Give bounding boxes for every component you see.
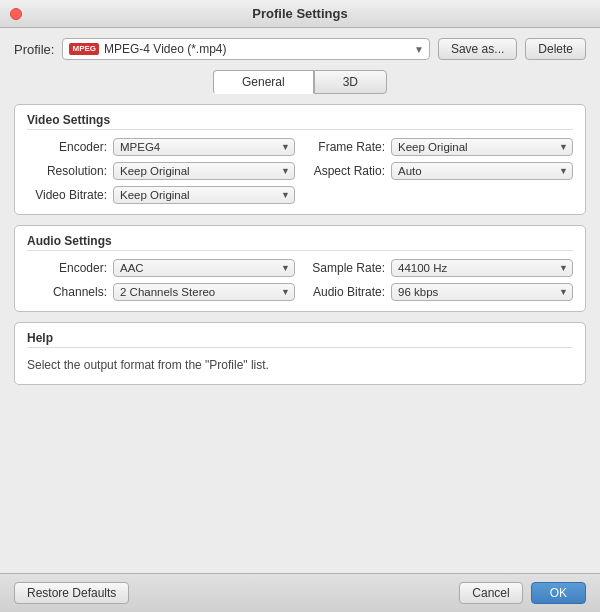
encoder-select-wrap: MPEG4 ▼ — [113, 138, 295, 156]
sample-rate-select-wrap: 44100 Hz ▼ — [391, 259, 573, 277]
channels-row: Channels: 2 Channels Stereo ▼ — [27, 283, 295, 301]
profile-dropdown[interactable]: MPEG MPEG-4 Video (*.mp4) — [62, 38, 429, 60]
channels-label: Channels: — [27, 285, 107, 299]
audio-bitrate-select-wrap: 96 kbps ▼ — [391, 283, 573, 301]
main-content: Profile: MPEG MPEG-4 Video (*.mp4) ▼ Sav… — [0, 28, 600, 573]
save-as-button[interactable]: Save as... — [438, 38, 517, 60]
sample-rate-row: Sample Rate: 44100 Hz ▼ — [305, 259, 573, 277]
cancel-button[interactable]: Cancel — [459, 582, 522, 604]
delete-button[interactable]: Delete — [525, 38, 586, 60]
audio-settings-title: Audio Settings — [27, 234, 573, 251]
ok-button[interactable]: OK — [531, 582, 586, 604]
channels-select[interactable]: 2 Channels Stereo — [113, 283, 295, 301]
close-button[interactable] — [10, 8, 22, 20]
resolution-row: Resolution: Keep Original ▼ — [27, 162, 295, 180]
audio-encoder-select[interactable]: AAC — [113, 259, 295, 277]
video-bitrate-row: Video Bitrate: Keep Original ▼ — [27, 186, 295, 204]
frame-rate-row: Frame Rate: Keep Original ▼ — [305, 138, 573, 156]
profile-row: Profile: MPEG MPEG-4 Video (*.mp4) ▼ Sav… — [14, 38, 586, 60]
aspect-ratio-row: Aspect Ratio: Auto ▼ — [305, 162, 573, 180]
audio-bitrate-select[interactable]: 96 kbps — [391, 283, 573, 301]
encoder-select[interactable]: MPEG4 — [113, 138, 295, 156]
bottom-right-buttons: Cancel OK — [459, 582, 586, 604]
audio-settings-grid: Encoder: AAC ▼ Sample Rate: 44100 Hz ▼ — [27, 259, 573, 301]
frame-rate-select-wrap: Keep Original ▼ — [391, 138, 573, 156]
tab-3d[interactable]: 3D — [314, 70, 387, 94]
audio-settings-section: Audio Settings Encoder: AAC ▼ Sample Rat… — [14, 225, 586, 312]
audio-encoder-row: Encoder: AAC ▼ — [27, 259, 295, 277]
audio-bitrate-row: Audio Bitrate: 96 kbps ▼ — [305, 283, 573, 301]
frame-rate-label: Frame Rate: — [305, 140, 385, 154]
profile-value: MPEG-4 Video (*.mp4) — [104, 42, 227, 56]
resolution-select-wrap: Keep Original ▼ — [113, 162, 295, 180]
help-section: Help Select the output format from the "… — [14, 322, 586, 385]
encoder-label: Encoder: — [27, 140, 107, 154]
tab-general[interactable]: General — [213, 70, 314, 94]
video-settings-title: Video Settings — [27, 113, 573, 130]
sample-rate-label: Sample Rate: — [305, 261, 385, 275]
audio-encoder-select-wrap: AAC ▼ — [113, 259, 295, 277]
profile-select-wrap: MPEG MPEG-4 Video (*.mp4) ▼ — [62, 38, 429, 60]
window-title: Profile Settings — [252, 6, 347, 21]
video-bitrate-select[interactable]: Keep Original — [113, 186, 295, 204]
audio-bitrate-label: Audio Bitrate: — [305, 285, 385, 299]
aspect-ratio-select-wrap: Auto ▼ — [391, 162, 573, 180]
bottom-bar: Restore Defaults Cancel OK — [0, 573, 600, 612]
video-bitrate-label: Video Bitrate: — [27, 188, 107, 202]
video-settings-section: Video Settings Encoder: MPEG4 ▼ Frame Ra… — [14, 104, 586, 215]
tabs-row: General 3D — [14, 70, 586, 94]
help-title: Help — [27, 331, 573, 348]
encoder-row: Encoder: MPEG4 ▼ — [27, 138, 295, 156]
video-bitrate-select-wrap: Keep Original ▼ — [113, 186, 295, 204]
channels-select-wrap: 2 Channels Stereo ▼ — [113, 283, 295, 301]
sample-rate-select[interactable]: 44100 Hz — [391, 259, 573, 277]
aspect-ratio-select[interactable]: Auto — [391, 162, 573, 180]
restore-defaults-button[interactable]: Restore Defaults — [14, 582, 129, 604]
audio-encoder-label: Encoder: — [27, 261, 107, 275]
resolution-label: Resolution: — [27, 164, 107, 178]
profile-label: Profile: — [14, 42, 54, 57]
title-bar: Profile Settings — [0, 0, 600, 28]
frame-rate-select[interactable]: Keep Original — [391, 138, 573, 156]
resolution-select[interactable]: Keep Original — [113, 162, 295, 180]
aspect-ratio-label: Aspect Ratio: — [305, 164, 385, 178]
mpeg-badge: MPEG — [69, 43, 99, 55]
help-text: Select the output format from the "Profi… — [27, 356, 573, 374]
video-settings-grid: Encoder: MPEG4 ▼ Frame Rate: Keep Origin… — [27, 138, 573, 204]
